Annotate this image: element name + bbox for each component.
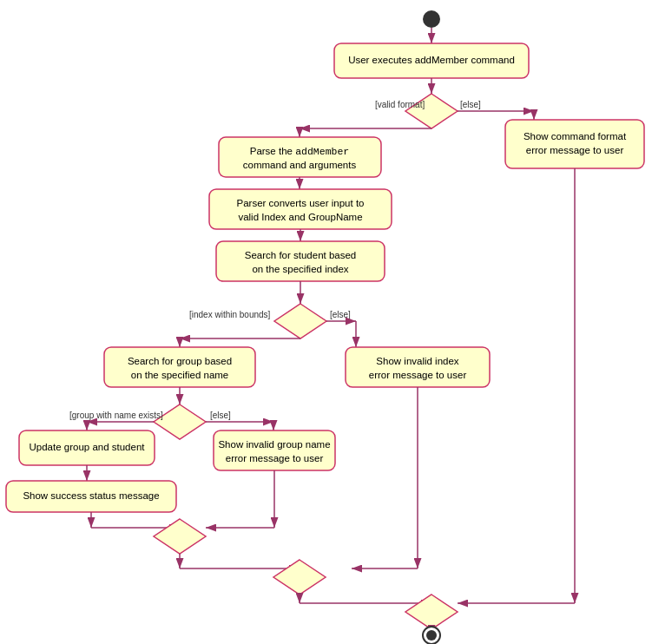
search-group-label2: on the specified name [131,370,229,380]
convert-box [209,189,392,229]
group-error-box [214,430,335,470]
index-error-label2: error message to user [369,370,467,380]
parse-label2: command and arguments [243,160,357,170]
search-student-label: Search for student based [245,250,357,260]
convert-label: Parser converts user input to [236,198,364,208]
label-valid-format: [valid format] [375,100,425,109]
start-node [423,10,440,28]
cmd-error-label2: error message to user [526,145,624,155]
convert-label2: valid Index and GroupName [238,212,362,222]
label-else1: [else] [460,100,481,109]
diamond-format [405,94,458,128]
label-else2: [else] [330,310,351,319]
user-executes-label: User executes addMember command [348,55,515,65]
label-group-exists: [group with name exists] [69,411,163,420]
index-error-box [346,347,490,387]
label-else3: [else] [210,411,231,420]
show-success-label: Show success status message [23,490,159,501]
group-error-label2: error message to user [226,453,324,463]
search-group-label: Search for group based [128,356,232,366]
cmd-error-label: Show command format [524,131,627,141]
diamond-final [405,595,458,629]
group-error-label: Show invalid group name [218,439,330,450]
cmd-error-box [505,120,644,168]
diamond-group [154,404,206,439]
diamond-index [274,304,326,338]
index-error-label: Show invalid index [376,356,459,366]
diamond-merge2 [273,560,326,595]
diamond-merge1 [154,519,206,554]
search-group-box [104,347,255,387]
search-student-label2: on the specified index [252,264,348,274]
parse-label: Parse the addMember [250,146,350,157]
search-student-box [216,241,385,281]
update-group-label: Update group and student [30,442,146,452]
end-node-inner [426,630,437,641]
label-index-within: [index within bounds] [189,310,271,319]
